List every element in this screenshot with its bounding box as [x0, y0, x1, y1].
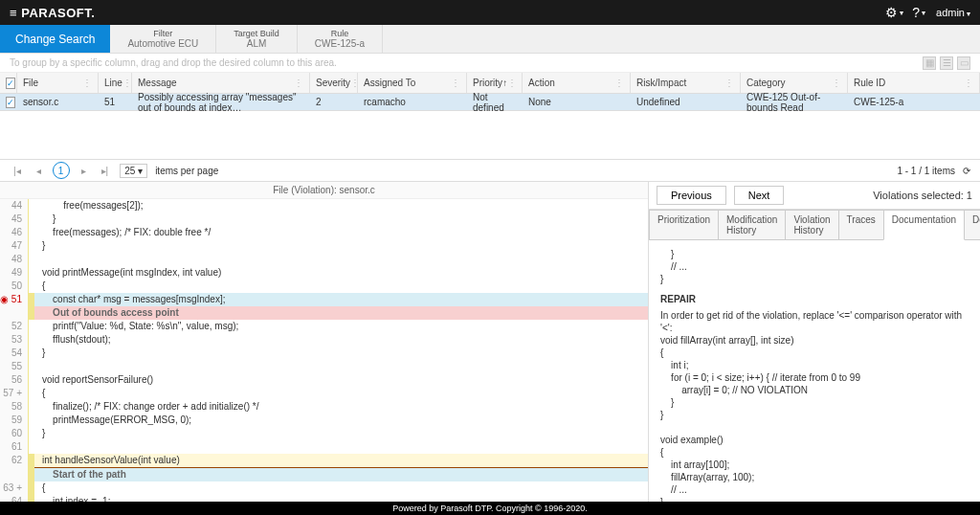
cell-message: Possibly accessing array "messages" out …: [132, 94, 310, 110]
tab-modification-history[interactable]: Modification History: [718, 210, 786, 239]
previous-button[interactable]: Previous: [657, 186, 726, 205]
cell-action: None: [523, 94, 631, 110]
code-line: free(messages[2]);: [34, 199, 648, 213]
filter-label: Filter: [127, 29, 198, 38]
next-button[interactable]: Next: [734, 186, 785, 205]
change-search-button[interactable]: Change Search: [0, 25, 110, 53]
code-line: printMessage(ERROR_MSG, 0);: [34, 414, 648, 427]
cell-assigned: rcamacho: [358, 94, 467, 110]
col-line[interactable]: Line⋮: [99, 73, 132, 93]
view-grid-icon[interactable]: ▦: [923, 56, 936, 70]
doc-code: } // ... }: [660, 248, 969, 285]
cell-line: 51: [99, 94, 132, 110]
checkbox-icon[interactable]: ✓: [6, 97, 15, 108]
checkbox-icon[interactable]: ✓: [6, 78, 15, 89]
col-check[interactable]: ✓: [0, 73, 17, 93]
code-line: {: [34, 280, 648, 293]
view-list-icon[interactable]: ☰: [940, 56, 953, 70]
documentation-body[interactable]: } // ... } REPAIR In order to get rid of…: [649, 240, 980, 515]
refresh-icon[interactable]: ⟳: [963, 166, 970, 176]
col-severity[interactable]: Severity⋮: [310, 73, 358, 93]
tab-traces[interactable]: Traces: [838, 210, 884, 239]
pager: |◂ ◂ 1 ▸ ▸| 25 ▾ items per page 1 - 1 / …: [0, 159, 980, 182]
filter-group-rule[interactable]: Rule CWE-125-a: [298, 25, 383, 53]
tabs: Prioritization Modification History Viol…: [649, 210, 980, 240]
pager-next-icon[interactable]: ▸: [78, 164, 90, 178]
brand-logo: ≡ PARASOFT.: [10, 6, 95, 20]
pager-count: 1 - 1 / 1 items: [897, 166, 955, 176]
top-bar: ≡ PARASOFT. ⚙▾ ?▾ admin▾: [0, 0, 980, 25]
user-menu[interactable]: admin▾: [936, 7, 970, 18]
code-line: void printMessage(int msgIndex, int valu…: [34, 266, 648, 280]
filter-label: Target Build: [234, 29, 279, 38]
page-size-select[interactable]: 25 ▾: [120, 164, 147, 178]
code-line: printf("Value: %d, State: %s\n", value, …: [34, 320, 648, 333]
pager-label: items per page: [155, 166, 218, 176]
col-action[interactable]: Action⋮: [523, 73, 631, 93]
col-category[interactable]: Category⋮: [741, 73, 848, 93]
code-line: }: [34, 239, 648, 253]
code-line: {: [34, 387, 648, 400]
cell-risk: Undefined: [631, 94, 741, 110]
col-risk[interactable]: Risk/Impact⋮: [631, 73, 741, 93]
group-hint: To group by a specific column, drag and …: [10, 57, 337, 68]
tab-prioritization[interactable]: Prioritization: [649, 210, 719, 239]
code-line-violation: const char* msg = messages[msgIndex];: [34, 293, 648, 306]
tab-details[interactable]: Details: [964, 210, 980, 239]
code-line: }: [34, 427, 648, 440]
filter-bar: Change Search Filter Automotive ECU Targ…: [0, 25, 980, 54]
help-icon[interactable]: ?▾: [911, 5, 926, 20]
annotation: Out of bounds access point: [34, 306, 648, 320]
group-bar: To group by a specific column, drag and …: [0, 54, 980, 73]
code-line: finalize(); /* FIX: change order + add i…: [34, 400, 648, 414]
cell-priority: Not defined: [467, 94, 523, 110]
cell-rule: CWE-125-a: [848, 94, 980, 110]
col-assigned[interactable]: Assigned To⋮: [358, 73, 467, 93]
pager-page[interactable]: 1: [53, 162, 70, 179]
cell-file: sensor.c: [17, 94, 99, 110]
cell-category: CWE-125 Out-of-bounds Read: [741, 94, 848, 110]
pager-first-icon[interactable]: |◂: [10, 164, 25, 178]
filter-value: ALM: [234, 38, 279, 49]
code-line: free(messages); /* FIX: double free */: [34, 226, 648, 239]
view-card-icon[interactable]: ▭: [957, 56, 970, 70]
col-rule[interactable]: Rule ID⋮: [848, 73, 980, 93]
code-line: {: [34, 481, 648, 495]
filter-value: CWE-125-a: [315, 38, 365, 49]
gear-icon[interactable]: ⚙▾: [886, 5, 902, 20]
repair-text: In order to get rid of the violation, re…: [660, 309, 969, 334]
filter-group-build[interactable]: Target Build ALM: [216, 25, 298, 53]
filter-label: Rule: [315, 29, 365, 38]
code-line: fflush(stdout);: [34, 333, 648, 347]
side-panel: Previous Next Violations selected: 1 Pri…: [649, 182, 980, 515]
tab-violation-history[interactable]: Violation History: [785, 210, 838, 239]
pager-last-icon[interactable]: ▸|: [98, 164, 113, 178]
pager-prev-icon[interactable]: ◂: [33, 164, 45, 178]
code-line: int handleSensorValue(int value): [34, 454, 648, 468]
code-line: }: [34, 347, 648, 360]
code-panel: File (Violation): sensor.c 44 free(messa…: [0, 182, 649, 515]
col-priority[interactable]: Priority ↑⋮: [467, 73, 523, 93]
code-body[interactable]: 44 free(messages[2]); 45 } 46 free(messa…: [0, 199, 648, 515]
footer: Powered by Parasoft DTP. Copyright © 199…: [0, 502, 980, 515]
code-line: }: [34, 213, 648, 226]
code-title: File (Violation): sensor.c: [0, 182, 648, 199]
col-message[interactable]: Message⋮: [132, 73, 310, 93]
col-file[interactable]: File⋮: [17, 73, 99, 93]
repair-code: void fillArray(int array[], int size) { …: [660, 334, 969, 508]
filter-value: Automotive ECU: [127, 38, 198, 49]
repair-heading: REPAIR: [660, 293, 969, 305]
filter-group-filter[interactable]: Filter Automotive ECU: [110, 25, 216, 53]
annotation: Start of the path: [34, 468, 648, 481]
table-row[interactable]: ✓ sensor.c 51 Possibly accessing array "…: [0, 94, 980, 111]
tab-documentation[interactable]: Documentation: [883, 210, 965, 240]
violations-count: Violations selected: 1: [873, 190, 972, 201]
code-line: void reportSensorFailure(): [34, 373, 648, 387]
cell-severity: 2: [310, 94, 358, 110]
grid-header: ✓ File⋮ Line⋮ Message⋮ Severity⋮ Assigne…: [0, 73, 980, 94]
